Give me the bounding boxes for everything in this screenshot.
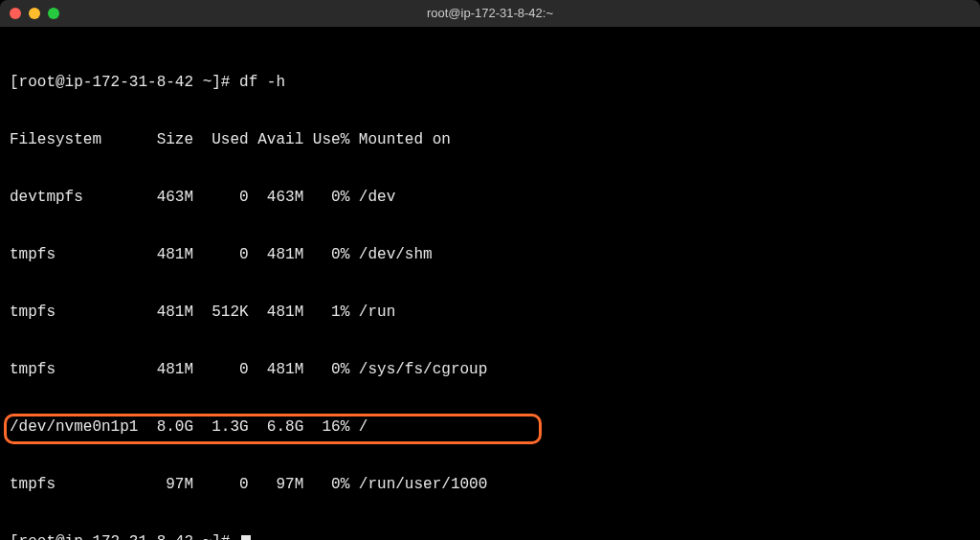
window-minimize-icon[interactable] [29,8,40,19]
terminal-body[interactable]: [root@ip-172-31-8-42 ~]# df -h Filesyste… [0,27,980,540]
df-row-highlighted: /dev/nvme0n1p1 8.0G 1.3G 6.8G 16% / [10,417,970,437]
df-row: tmpfs 481M 512K 481M 1% /run [10,303,970,322]
df-row: tmpfs 481M 0 481M 0% /sys/fs/cgroup [10,360,970,379]
cursor [241,535,251,540]
window-maximize-icon[interactable] [48,8,59,19]
df-header: Filesystem Size Used Avail Use% Mounted … [10,130,970,149]
prompt-idle: [root@ip-172-31-8-42 ~]# [10,532,970,540]
prompt-command: [root@ip-172-31-8-42 ~]# df -h [10,73,970,92]
window-titlebar: root@ip-172-31-8-42:~ [0,0,980,27]
df-row: tmpfs 97M 0 97M 0% /run/user/1000 [10,475,970,494]
window-title: root@ip-172-31-8-42:~ [0,4,980,23]
window-close-icon[interactable] [10,8,21,19]
df-row: tmpfs 481M 0 481M 0% /dev/shm [10,245,970,264]
df-row: devtmpfs 463M 0 463M 0% /dev [10,188,970,207]
